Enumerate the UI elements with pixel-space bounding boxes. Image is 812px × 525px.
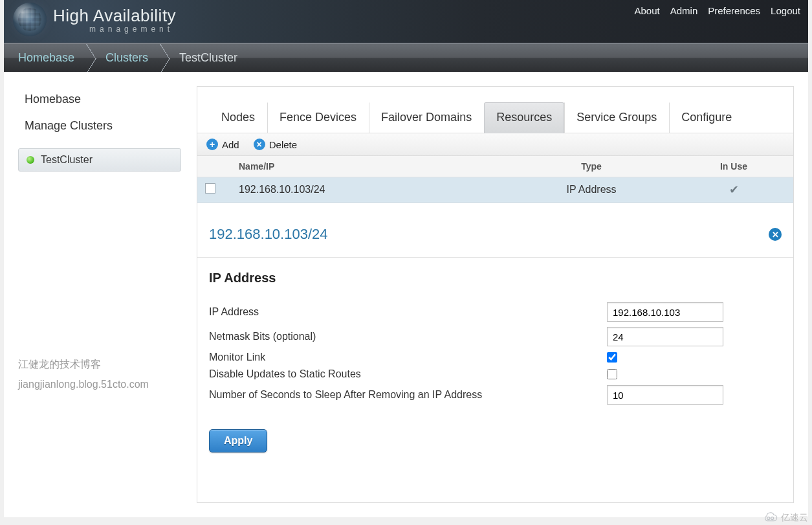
sidebar-homebase[interactable]: Homebase xyxy=(18,86,181,113)
delete-button[interactable]: × Delete xyxy=(254,139,297,150)
brand-subtitle: management xyxy=(89,25,176,34)
label-disable-routes: Disable Updates to Static Routes xyxy=(209,368,607,380)
yisu-label: 亿速云 xyxy=(781,512,808,517)
link-admin[interactable]: Admin xyxy=(670,5,698,16)
col-name: Name/IP xyxy=(239,161,501,172)
status-dot-icon xyxy=(27,156,34,164)
watermark-line1: 江健龙的技术博客 xyxy=(18,355,149,374)
label-sleep: Number of Seconds to Sleep After Removin… xyxy=(209,389,607,401)
tab-service[interactable]: Service Groups xyxy=(564,102,669,133)
cloud-icon xyxy=(760,512,778,517)
add-label: Add xyxy=(222,139,239,150)
input-sleep[interactable] xyxy=(607,385,723,405)
delete-label: Delete xyxy=(269,139,297,150)
main-panel: Nodes Fence Devices Failover Domains Res… xyxy=(197,86,794,503)
table-row[interactable]: 192.168.10.103/24 IP Address ✔ xyxy=(197,177,793,203)
crumb-homebase[interactable]: Homebase xyxy=(4,44,91,72)
page-body: Homebase Manage Clusters TestCluster 江健龙… xyxy=(4,72,808,517)
tab-fence[interactable]: Fence Devices xyxy=(267,102,369,133)
tab-resources[interactable]: Resources xyxy=(484,102,564,133)
row-checkbox[interactable] xyxy=(205,183,215,194)
label-ip: IP Address xyxy=(209,306,607,318)
watermark-line2: jiangjianlong.blog.51cto.com xyxy=(18,375,149,394)
input-ip[interactable] xyxy=(607,302,723,322)
checkbox-monitor[interactable] xyxy=(607,352,617,363)
section-title: IP Address xyxy=(209,271,782,285)
toolbar: + Add × Delete xyxy=(197,133,793,156)
checkbox-disable-routes[interactable] xyxy=(607,369,617,379)
col-inuse: In Use xyxy=(682,161,785,172)
add-button[interactable]: + Add xyxy=(206,139,239,150)
logo-icon xyxy=(13,3,47,36)
plus-icon: + xyxy=(206,139,218,150)
crumb-clusters[interactable]: Clusters xyxy=(91,44,165,72)
label-monitor: Monitor Link xyxy=(209,352,607,363)
tab-failover[interactable]: Failover Domains xyxy=(369,102,484,133)
tabs: Nodes Fence Devices Failover Domains Res… xyxy=(197,87,793,133)
col-type: Type xyxy=(501,161,682,172)
check-icon: ✔ xyxy=(682,183,785,197)
link-logout[interactable]: Logout xyxy=(771,5,800,16)
label-netmask: Netmask Bits (optional) xyxy=(209,331,607,342)
brand: High Availability management xyxy=(13,3,176,36)
detail-header: 192.168.10.103/24 ✕ xyxy=(197,214,793,258)
sidebar-manage-clusters[interactable]: Manage Clusters xyxy=(18,113,181,139)
sidebar-cluster-label: TestCluster xyxy=(41,154,93,166)
header-bar: High Availability management About Admin… xyxy=(4,0,808,43)
close-icon[interactable]: ✕ xyxy=(769,228,782,241)
watermark: 江健龙的技术博客 jiangjianlong.blog.51cto.com xyxy=(18,355,149,394)
crumb-current: TestCluster xyxy=(165,44,254,72)
sidebar: Homebase Manage Clusters TestCluster xyxy=(18,86,181,503)
yisu-watermark: 亿速云 xyxy=(760,512,808,517)
top-links: About Admin Preferences Logout xyxy=(635,5,801,16)
sidebar-cluster-item[interactable]: TestCluster xyxy=(18,148,181,172)
input-netmask[interactable] xyxy=(607,327,723,346)
tab-configure[interactable]: Configure xyxy=(669,102,744,133)
tab-nodes[interactable]: Nodes xyxy=(209,102,267,133)
link-preferences[interactable]: Preferences xyxy=(708,5,760,16)
brand-title: High Availability xyxy=(53,6,176,26)
grid-header: Name/IP Type In Use xyxy=(197,156,793,177)
detail-panel: 192.168.10.103/24 ✕ IP Address IP Addres… xyxy=(197,214,793,471)
row-type: IP Address xyxy=(501,184,682,195)
apply-button[interactable]: Apply xyxy=(209,429,267,452)
row-name: 192.168.10.103/24 xyxy=(239,184,501,195)
link-about[interactable]: About xyxy=(635,5,660,16)
x-icon: × xyxy=(254,139,265,150)
breadcrumb: Homebase Clusters TestCluster xyxy=(4,43,808,72)
detail-title: 192.168.10.103/24 xyxy=(209,226,328,243)
